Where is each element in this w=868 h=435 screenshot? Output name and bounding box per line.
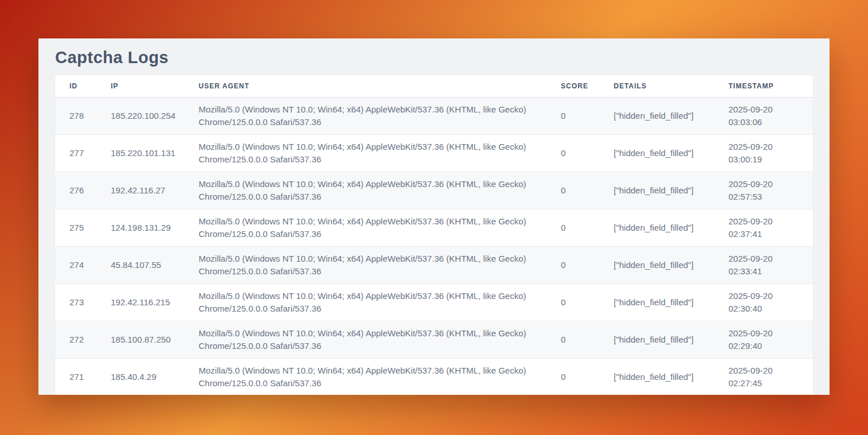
log-row: 276 192.42.116.27 Mozilla/5.0 (Windows N… bbox=[55, 172, 813, 209]
captcha-logs-card: Captcha Logs ID IP USER AGENT SCORE DETA… bbox=[38, 38, 830, 395]
log-score-cell: 0 bbox=[561, 209, 614, 247]
log-score-cell: 0 bbox=[561, 247, 614, 284]
log-score-cell: 0 bbox=[561, 321, 614, 359]
column-header-ip: IP bbox=[111, 75, 199, 98]
log-ip-cell: 45.84.107.55 bbox=[111, 247, 199, 284]
log-details-cell: ["hidden_field_filled"] bbox=[614, 247, 728, 284]
log-row: 271 185.40.4.29 Mozilla/5.0 (Windows NT … bbox=[55, 359, 813, 395]
column-header-timestamp: TIMESTAMP bbox=[728, 75, 813, 98]
logs-table-container: ID IP USER AGENT SCORE DETAILS TIMESTAMP… bbox=[55, 75, 813, 395]
log-details-cell: ["hidden_field_filled"] bbox=[614, 135, 728, 172]
log-user-agent-cell: Mozilla/5.0 (Windows NT 10.0; Win64; x64… bbox=[199, 98, 561, 135]
log-timestamp-cell: 2025-09-20 02:27:45 bbox=[728, 359, 813, 395]
log-row: 274 45.84.107.55 Mozilla/5.0 (Windows NT… bbox=[55, 247, 813, 284]
log-timestamp-cell: 2025-09-20 02:30:40 bbox=[728, 284, 813, 321]
page-background: Captcha Logs ID IP USER AGENT SCORE DETA… bbox=[0, 0, 868, 435]
log-ip-cell: 192.42.116.27 bbox=[111, 172, 199, 209]
log-ip-cell: 192.42.116.215 bbox=[111, 284, 199, 321]
log-timestamp-cell: 2025-09-20 03:03:06 bbox=[728, 98, 813, 135]
log-timestamp-cell: 2025-09-20 02:33:41 bbox=[728, 247, 813, 284]
log-ip-cell: 185.220.100.254 bbox=[111, 98, 199, 135]
log-user-agent-cell: Mozilla/5.0 (Windows NT 10.0; Win64; x64… bbox=[199, 172, 561, 209]
log-user-agent-cell: Mozilla/5.0 (Windows NT 10.0; Win64; x64… bbox=[199, 284, 561, 321]
log-id-cell: 274 bbox=[55, 247, 111, 284]
log-user-agent-cell: Mozilla/5.0 (Windows NT 10.0; Win64; x64… bbox=[199, 359, 561, 395]
log-user-agent-cell: Mozilla/5.0 (Windows NT 10.0; Win64; x64… bbox=[199, 135, 561, 172]
log-row: 278 185.220.100.254 Mozilla/5.0 (Windows… bbox=[55, 98, 813, 135]
log-id-cell: 276 bbox=[55, 172, 111, 209]
log-row: 272 185.100.87.250 Mozilla/5.0 (Windows … bbox=[55, 321, 813, 359]
log-row: 275 124.198.131.29 Mozilla/5.0 (Windows … bbox=[55, 209, 813, 247]
log-details-cell: ["hidden_field_filled"] bbox=[614, 98, 728, 135]
log-details-cell: ["hidden_field_filled"] bbox=[614, 172, 728, 209]
log-details-cell: ["hidden_field_filled"] bbox=[614, 284, 728, 321]
log-timestamp-cell: 2025-09-20 03:00:19 bbox=[728, 135, 813, 172]
log-ip-cell: 185.40.4.29 bbox=[111, 359, 199, 395]
log-score-cell: 0 bbox=[561, 135, 614, 172]
log-id-cell: 271 bbox=[55, 359, 111, 395]
log-ip-cell: 185.220.101.131 bbox=[111, 135, 199, 172]
column-header-score: SCORE bbox=[561, 75, 614, 98]
log-score-cell: 0 bbox=[561, 98, 614, 135]
log-timestamp-cell: 2025-09-20 02:29:40 bbox=[728, 321, 813, 359]
log-id-cell: 273 bbox=[55, 284, 111, 321]
log-timestamp-cell: 2025-09-20 02:37:41 bbox=[728, 209, 813, 247]
log-row: 277 185.220.101.131 Mozilla/5.0 (Windows… bbox=[55, 135, 813, 172]
log-id-cell: 275 bbox=[55, 209, 111, 247]
log-details-cell: ["hidden_field_filled"] bbox=[614, 359, 728, 395]
log-timestamp-cell: 2025-09-20 02:57:53 bbox=[728, 172, 813, 209]
log-row: 273 192.42.116.215 Mozilla/5.0 (Windows … bbox=[55, 284, 813, 321]
log-user-agent-cell: Mozilla/5.0 (Windows NT 10.0; Win64; x64… bbox=[199, 209, 561, 247]
column-header-user-agent: USER AGENT bbox=[199, 75, 561, 98]
captcha-logs-table: ID IP USER AGENT SCORE DETAILS TIMESTAMP… bbox=[55, 75, 813, 395]
column-header-details: DETAILS bbox=[614, 75, 728, 98]
log-score-cell: 0 bbox=[561, 359, 614, 395]
log-ip-cell: 124.198.131.29 bbox=[111, 209, 199, 247]
log-score-cell: 0 bbox=[561, 172, 614, 209]
log-user-agent-cell: Mozilla/5.0 (Windows NT 10.0; Win64; x64… bbox=[199, 247, 561, 284]
log-score-cell: 0 bbox=[561, 284, 614, 321]
log-user-agent-cell: Mozilla/5.0 (Windows NT 10.0; Win64; x64… bbox=[199, 321, 561, 359]
page-title: Captcha Logs bbox=[55, 38, 813, 75]
log-id-cell: 272 bbox=[55, 321, 111, 359]
log-ip-cell: 185.100.87.250 bbox=[111, 321, 199, 359]
log-details-cell: ["hidden_field_filled"] bbox=[614, 209, 728, 247]
log-details-cell: ["hidden_field_filled"] bbox=[614, 321, 728, 359]
column-header-id: ID bbox=[55, 75, 111, 98]
log-id-cell: 277 bbox=[55, 135, 111, 172]
table-header-row: ID IP USER AGENT SCORE DETAILS TIMESTAMP bbox=[55, 75, 813, 98]
log-id-cell: 278 bbox=[55, 98, 111, 135]
